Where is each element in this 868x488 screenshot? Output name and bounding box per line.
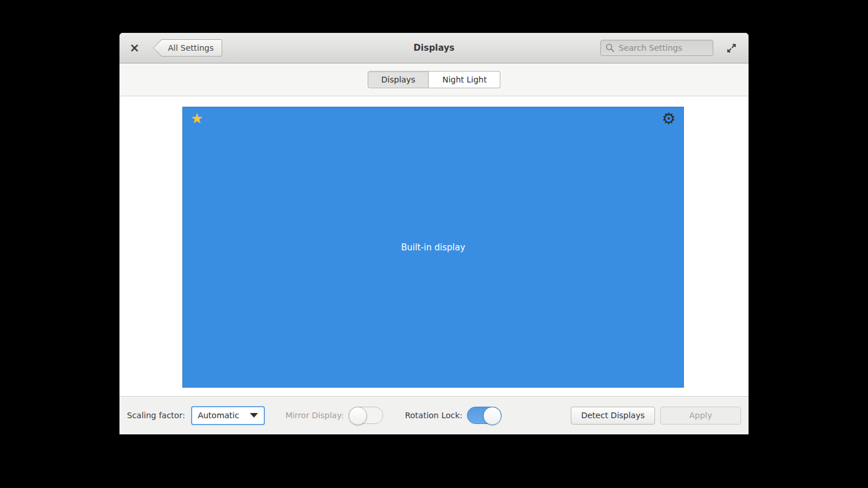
view-switcher: Displays Night Light — [119, 63, 749, 96]
desktop-background: { "window": { "title": "Displays" }, "he… — [0, 0, 868, 488]
primary-display-star-icon: ★ — [190, 110, 203, 129]
scaling-factor-dropdown[interactable]: Automatic — [191, 406, 265, 425]
tab-night-light[interactable]: Night Light — [429, 71, 500, 88]
close-button[interactable]: × — [127, 40, 142, 55]
scaling-factor-label: Scaling factor: — [127, 411, 185, 420]
mirror-display-toggle[interactable] — [349, 407, 383, 424]
resize-button[interactable] — [724, 40, 739, 55]
display-arrangement-area: ★ ⚙ Built-in display — [119, 96, 749, 396]
monitor-built-in-display[interactable]: ★ ⚙ Built-in display — [182, 107, 684, 388]
mirror-display-label: Mirror Display: — [286, 411, 344, 420]
display-settings-gear-icon[interactable]: ⚙ — [662, 108, 676, 129]
back-button-label: All Settings — [168, 43, 214, 52]
apply-label: Apply — [689, 411, 712, 420]
detect-displays-label: Detect Displays — [581, 411, 645, 420]
tab-displays[interactable]: Displays — [368, 71, 429, 88]
rotation-lock-toggle[interactable] — [467, 407, 502, 424]
tab-night-light-label: Night Light — [442, 75, 487, 84]
close-icon: × — [129, 41, 140, 55]
expand-diagonal-icon — [726, 43, 737, 54]
search-input[interactable] — [619, 43, 708, 52]
monitor-name-label: Built-in display — [401, 242, 465, 253]
action-bar: Scaling factor: Automatic Mirror Display… — [119, 396, 749, 434]
mirror-toggle-knob — [349, 407, 367, 425]
apply-button: Apply — [660, 407, 741, 425]
search-settings-field[interactable] — [600, 40, 713, 56]
detect-displays-button[interactable]: Detect Displays — [571, 407, 655, 425]
scaling-factor-value: Automatic — [198, 411, 240, 420]
rotation-toggle-knob — [483, 407, 502, 425]
window-title: Displays — [414, 43, 455, 53]
all-settings-back-button[interactable]: All Settings — [153, 39, 222, 57]
rotation-lock-label: Rotation Lock: — [405, 411, 463, 420]
tab-displays-label: Displays — [381, 75, 416, 84]
settings-window: × All Settings Displays — [119, 33, 749, 434]
search-icon — [605, 43, 615, 52]
header-bar: × All Settings Displays — [119, 33, 749, 63]
dropdown-caret-icon — [250, 413, 258, 418]
